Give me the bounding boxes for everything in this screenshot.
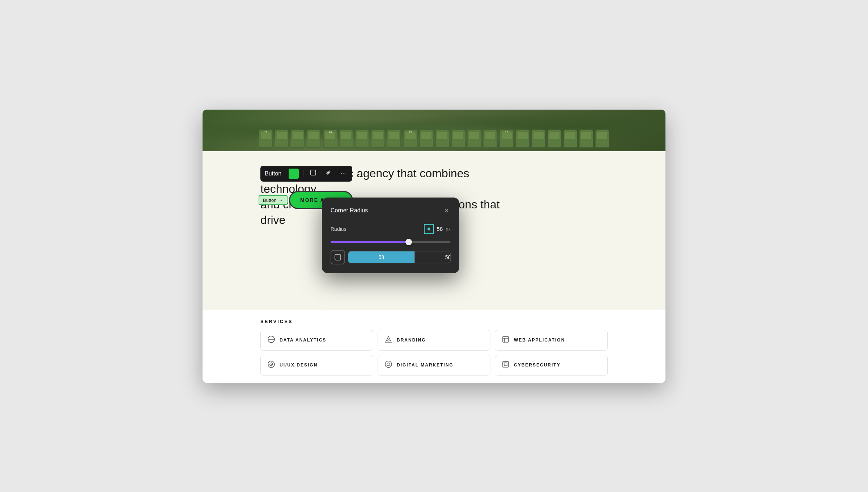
- services-grid: DATA ANALYTICS BRANDING: [260, 330, 608, 376]
- service-card-data-analytics[interactable]: DATA ANALYTICS: [260, 330, 373, 351]
- seat: [435, 130, 449, 148]
- hero-image: 13 14 15 16: [203, 110, 665, 151]
- services-section-label: SERVICES: [260, 319, 608, 324]
- service-name-web-application: WEB APPLICATION: [514, 338, 565, 343]
- service-card-ui-ux-design[interactable]: UI/UX DESIGN: [260, 355, 373, 376]
- corner-icon-button[interactable]: [331, 250, 345, 264]
- toolbar-element-label: Button: [265, 170, 284, 177]
- digital-marketing-icon: [384, 360, 392, 370]
- svg-rect-8: [503, 361, 509, 367]
- corner-tr-input[interactable]: [415, 251, 451, 263]
- seat: [579, 130, 593, 148]
- svg-point-7: [385, 361, 392, 368]
- seat: 13: [259, 130, 273, 148]
- branding-icon: [384, 335, 392, 345]
- seat: [307, 130, 320, 148]
- canvas-button-label[interactable]: Button →: [259, 195, 288, 205]
- corner-radius-icon: [335, 254, 341, 260]
- radius-slider-thumb[interactable]: [405, 239, 412, 245]
- toolbar-color-swatch[interactable]: [289, 169, 299, 179]
- seat: [355, 130, 369, 148]
- seat: [483, 130, 497, 148]
- hero-seats-bg: 13 14 15 16: [203, 110, 665, 151]
- data-analytics-icon: [267, 335, 275, 345]
- seat: [595, 130, 609, 148]
- web-application-icon: [502, 335, 510, 345]
- seat: [516, 130, 529, 148]
- radius-value-display: 58: [437, 226, 443, 232]
- svg-rect-3: [503, 336, 509, 342]
- content-area: We are a dynamic agency that combines te…: [203, 151, 665, 383]
- modal-header: Corner Radius ×: [331, 206, 451, 215]
- radius-icon-box: [424, 224, 434, 234]
- seat: 15: [404, 130, 417, 148]
- modal-title: Corner Radius: [331, 207, 368, 214]
- service-name-ui-ux-design: UI/UX DESIGN: [280, 362, 318, 368]
- seat: [451, 130, 465, 148]
- expand-icon[interactable]: [308, 169, 319, 178]
- svg-point-2: [388, 340, 389, 341]
- seat: [420, 130, 433, 148]
- seat: [548, 130, 561, 148]
- seat: [467, 130, 481, 148]
- seat: [532, 130, 545, 148]
- svg-rect-9: [504, 363, 507, 366]
- service-card-digital-marketing[interactable]: DIGITAL MARKETING: [378, 355, 490, 376]
- seat: [387, 130, 401, 148]
- service-card-web-application[interactable]: WEB APPLICATION: [495, 330, 608, 351]
- element-toolbar: Button ···: [260, 166, 352, 182]
- corner-tl-input[interactable]: [348, 251, 415, 263]
- radius-dot-icon: [427, 228, 430, 230]
- browser-window: 13 14 15 16: [203, 110, 665, 383]
- service-card-branding[interactable]: BRANDING: [378, 330, 490, 351]
- ui-ux-design-icon: [267, 360, 275, 370]
- corner-inputs-row: [331, 250, 451, 264]
- service-name-cybersecurity: CYBERSECURITY: [514, 362, 561, 368]
- more-options-icon[interactable]: ···: [338, 169, 348, 178]
- service-card-cybersecurity[interactable]: CYBERSECURITY: [495, 355, 608, 376]
- radius-row: Radius 58 px: [331, 224, 451, 234]
- cybersecurity-icon: [502, 360, 510, 370]
- seat: 14: [323, 130, 337, 148]
- radius-slider-track[interactable]: [331, 241, 451, 243]
- svg-point-6: [387, 363, 390, 366]
- radius-unit: px: [446, 226, 451, 232]
- corner-radius-modal: Corner Radius × Radius 58 px: [322, 198, 459, 273]
- service-name-digital-marketing: DIGITAL MARKETING: [397, 362, 454, 368]
- modal-close-button[interactable]: ×: [442, 206, 451, 215]
- seat: 16: [500, 130, 514, 148]
- seat: [275, 130, 289, 148]
- seat: [371, 130, 385, 148]
- radius-value-group: 58 px: [424, 224, 451, 234]
- seat: [291, 130, 305, 148]
- corner-inputs-group: [348, 251, 451, 263]
- svg-rect-0: [311, 170, 316, 175]
- link-icon[interactable]: [323, 169, 334, 178]
- service-name-data-analytics: DATA ANALYTICS: [280, 338, 327, 343]
- canvas-button-arrow-icon: →: [279, 198, 283, 203]
- seat: [563, 130, 577, 148]
- service-name-branding: BRANDING: [397, 338, 426, 343]
- radius-label: Radius: [331, 226, 346, 232]
- services-section: SERVICES DATA ANALYTICS: [203, 310, 665, 383]
- seat: [339, 130, 353, 148]
- toolbar-divider: [303, 170, 303, 177]
